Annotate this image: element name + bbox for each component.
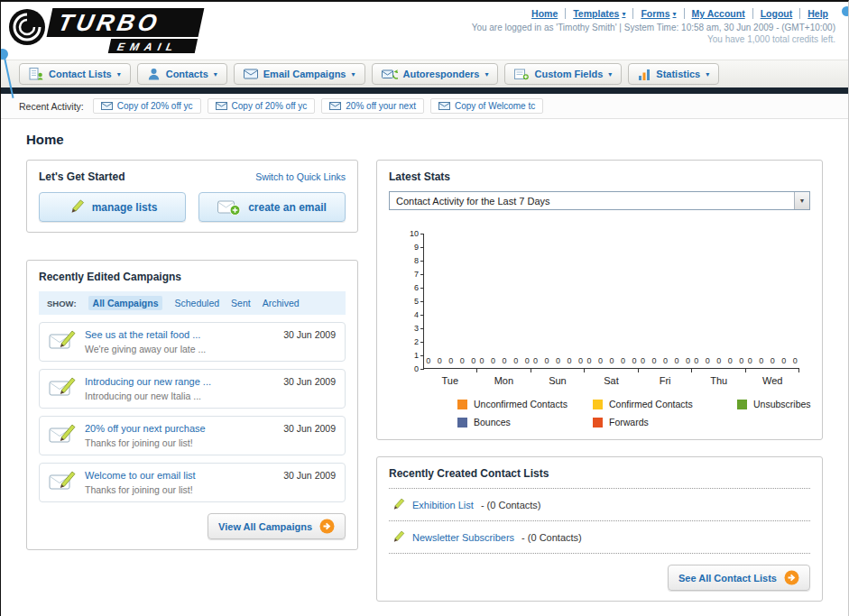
svg-text:EMAIL: EMAIL <box>116 41 180 53</box>
legend-swatch <box>737 400 747 409</box>
contacts-icon <box>147 68 161 80</box>
y-axis-tick-label: 10 <box>400 229 419 238</box>
pencil-icon <box>391 497 405 512</box>
x-axis-label: Tue <box>423 375 477 386</box>
filter-scheduled[interactable]: Scheduled <box>174 298 219 308</box>
top-link-templates[interactable]: Templates▾ <box>566 8 633 19</box>
campaigns-panel-title: Recently Edited Campaigns <box>39 271 346 283</box>
chevron-down-icon: ▾ <box>484 70 488 78</box>
tab-statistics[interactable]: Statistics ▾ <box>628 63 719 85</box>
recent-activity-item[interactable]: Copy of 20% off yc <box>93 98 201 114</box>
recently-edited-campaigns-panel: Recently Edited Campaigns SHOW: All Camp… <box>26 260 358 550</box>
campaign-subtitle: Thanks for joining our list! <box>85 437 274 448</box>
main-nav: Contact Lists ▾ Contacts ▾ Email Campaig… <box>1 60 848 87</box>
chevron-down-icon: ▾ <box>706 70 709 78</box>
tab-label: Statistics <box>656 69 700 79</box>
recent-activity-bar: Recent Activity: Copy of 20% off yc Copy… <box>1 94 848 119</box>
legend-item: Unsubscribes <box>737 399 811 409</box>
contact-list-link[interactable]: Exhibition List <box>412 500 474 510</box>
custom-fields-icon <box>514 69 529 80</box>
chevron-down-icon: ▾ <box>214 70 217 78</box>
stats-period-value: Contact Activity for the Last 7 Days <box>396 196 550 207</box>
chart-column: 0 0 0 0 0 <box>692 234 745 368</box>
create-email-label: create an email <box>248 201 327 214</box>
credits-status: You have 1,000 total credits left. <box>472 34 835 44</box>
legend-label: Confirmed Contacts <box>609 399 693 409</box>
tab-label: Email Campaigns <box>263 69 346 79</box>
envelope-icon <box>101 102 113 110</box>
top-link-my-account[interactable]: My Account <box>685 8 753 19</box>
top-link-forms[interactable]: Forms▾ <box>633 8 684 19</box>
tab-autoresponders[interactable]: Autoresponders ▾ <box>372 63 499 85</box>
legend-swatch <box>457 418 467 428</box>
switch-quick-links-link[interactable]: Switch to Quick Links <box>255 171 346 182</box>
envelope-pencil-icon <box>49 329 76 351</box>
legend-swatch <box>593 400 603 409</box>
chart-value-labels: 0 0 0 0 0 <box>585 356 638 365</box>
y-axis-tick-label: 7 <box>400 270 419 279</box>
decorative-dot-right <box>842 6 849 16</box>
tab-contacts[interactable]: Contacts ▾ <box>137 63 227 85</box>
legend-item: Forwards <box>593 417 737 428</box>
y-axis-tick-label: 0 <box>400 364 419 373</box>
arrow-right-icon <box>319 519 335 534</box>
tab-label: Custom Fields <box>534 69 603 79</box>
legend-label: Forwards <box>609 417 649 428</box>
x-axis-label: Sun <box>531 375 585 386</box>
stats-period-dropdown[interactable]: Contact Activity for the Last 7 Days ▼ <box>389 191 810 210</box>
legend-item: Bounces <box>457 417 593 428</box>
contact-list-link[interactable]: Newsletter Subscribers <box>412 532 514 543</box>
campaign-date: 30 Jun 2009 <box>283 376 336 387</box>
legend-label: Unconfirmed Contacts <box>474 399 568 409</box>
app-logo[interactable]: TURBO EMAIL <box>6 5 221 58</box>
recent-activity-label: Recent Activity: <box>19 101 84 112</box>
y-axis-tick-label: 6 <box>400 283 419 292</box>
recent-activity-item[interactable]: Copy of 20% off yc <box>208 98 316 114</box>
pencil-icon <box>391 529 405 545</box>
campaign-title-link[interactable]: 20% off your next purchase <box>85 423 206 434</box>
campaign-row: 20% off your next purchase Thanks for jo… <box>39 416 346 455</box>
email-plus-icon <box>217 198 241 216</box>
view-all-campaigns-button[interactable]: View All Campaigns <box>208 513 346 539</box>
recent-activity-item[interactable]: 20% off your next <box>321 98 424 114</box>
campaign-title-link[interactable]: See us at the retail food ... <box>85 329 200 340</box>
envelope-pencil-icon <box>49 470 76 492</box>
tab-email-campaigns[interactable]: Email Campaigns ▾ <box>234 63 365 85</box>
chart-x-axis-labels: TueMonSunSatFriThuWed <box>423 375 799 386</box>
tab-label: Autoresponders <box>403 69 480 79</box>
contact-lists-list: Exhibition List - (0 Contacts) Newslette… <box>389 488 810 554</box>
tab-label: Contacts <box>166 69 208 79</box>
recent-activity-item[interactable]: Copy of Welcome tc <box>430 98 543 114</box>
tab-contact-lists[interactable]: Contact Lists ▾ <box>19 63 131 85</box>
top-link-help[interactable]: Help <box>800 8 835 19</box>
campaign-title-link[interactable]: Welcome to our email list <box>85 470 196 481</box>
contact-list-item: Newsletter Subscribers - (0 Contacts) <box>389 521 810 554</box>
create-email-button[interactable]: create an email <box>198 192 346 222</box>
chevron-down-icon: ▾ <box>673 10 677 18</box>
filter-sent[interactable]: Sent <box>231 298 251 308</box>
x-axis-label: Wed <box>745 375 799 386</box>
filter-archived[interactable]: Archived <box>263 298 300 308</box>
legend-item: Confirmed Contacts <box>593 399 737 409</box>
x-axis-label: Thu <box>692 375 746 386</box>
envelope-icon <box>329 102 341 110</box>
chart-column: 0 0 0 0 0 <box>585 234 638 368</box>
see-all-contact-lists-button[interactable]: See All Contact Lists <box>668 565 810 591</box>
contact-activity-chart: 1098765432100 0 0 0 00 0 0 0 00 0 0 0 00… <box>423 234 799 428</box>
legend-swatch <box>593 418 603 428</box>
campaign-subtitle: Thanks for joining our list! <box>85 484 274 495</box>
campaign-title-link[interactable]: Introducing our new range ... <box>85 376 211 387</box>
tab-custom-fields[interactable]: Custom Fields ▾ <box>504 63 622 85</box>
contact-lists-panel-title: Recently Created Contact Lists <box>389 467 810 480</box>
manage-lists-button[interactable]: manage lists <box>39 192 186 222</box>
chart-column: 0 0 0 0 0 <box>746 234 799 368</box>
chevron-down-icon: ▾ <box>351 70 355 78</box>
envelope-pencil-icon <box>49 376 76 398</box>
top-link-home[interactable]: Home <box>524 8 566 19</box>
filter-all-campaigns[interactable]: All Campaigns <box>88 296 163 310</box>
pencil-icon <box>68 198 85 216</box>
envelope-pencil-icon <box>49 423 76 445</box>
campaign-row: Introducing our new range ... Introducin… <box>39 369 346 409</box>
arrow-right-icon <box>784 570 799 585</box>
top-link-logout[interactable]: Logout <box>753 8 801 19</box>
